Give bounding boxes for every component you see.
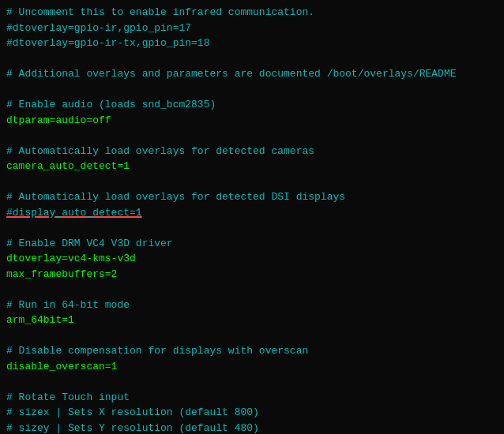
code-line: #dtoverlay=gpio-ir,gpio_pin=17	[6, 21, 498, 36]
code-line	[6, 82, 498, 98]
code-line: # sizey | Sets Y resolution (default 480…	[6, 421, 498, 435]
code-line: # sizex | Sets X resolution (default 800…	[6, 405, 498, 421]
code-line	[6, 374, 498, 390]
code-line: dtparam=audio=off	[6, 113, 498, 129]
code-line: # Automatically load overlays for detect…	[6, 144, 498, 159]
code-line: # Automatically load overlays for detect…	[6, 189, 498, 205]
code-line: #display_auto_detect=1	[6, 205, 498, 221]
code-line	[6, 328, 498, 344]
code-line	[6, 282, 498, 297]
code-line: # Enable DRM VC4 V3D driver	[6, 236, 498, 252]
code-line: # Additional overlays and parameters are…	[6, 66, 498, 82]
code-line: disable_overscan=1	[6, 359, 498, 375]
code-line	[6, 174, 498, 190]
code-line: camera_auto_detect=1	[6, 159, 498, 174]
code-line: max_framebuffers=2	[6, 267, 498, 282]
code-line	[6, 51, 498, 67]
code-line: # Disable compensation for displays with…	[6, 343, 498, 359]
code-line: # Uncomment this to enable infrared comm…	[6, 5, 498, 21]
code-line	[6, 128, 498, 144]
code-editor: # Uncomment this to enable infrared comm…	[0, 0, 504, 434]
code-line: dtoverlay=vc4-kms-v3d	[6, 251, 498, 267]
code-line: # Run in 64-bit mode	[6, 297, 498, 313]
code-line: #dtoverlay=gpio-ir-tx,gpio_pin=18	[6, 36, 498, 51]
code-line: arm_64bit=1	[6, 312, 498, 328]
code-line: # Enable audio (loads snd_bcm2835)	[6, 97, 498, 113]
code-line	[6, 220, 498, 236]
code-line: # Rotate Touch input	[6, 390, 498, 406]
